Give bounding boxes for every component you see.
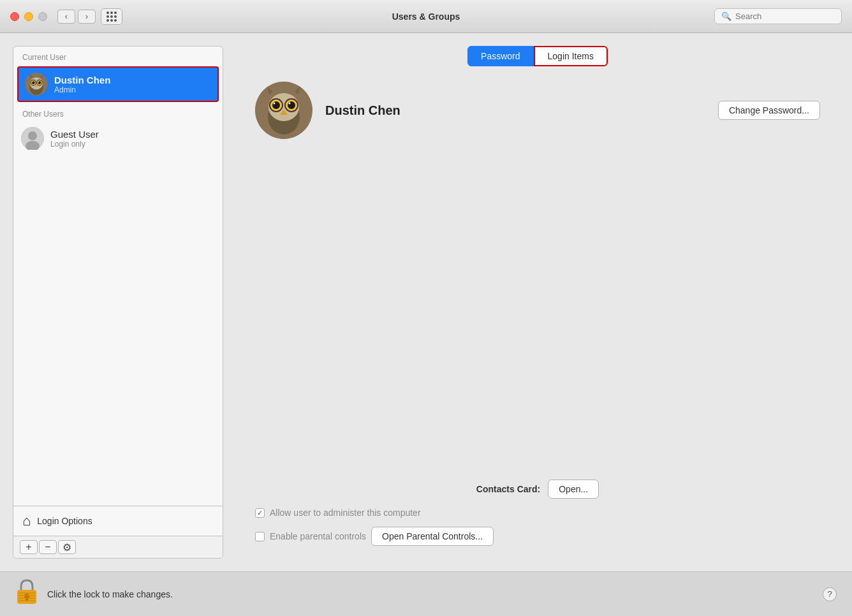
sidebar-actions: + − ⚙	[13, 536, 223, 558]
current-user-role: Admin	[54, 85, 110, 94]
tab-login-items[interactable]: Login Items	[534, 46, 608, 66]
content-area: Current User	[0, 33, 852, 571]
login-options-label: Login Options	[37, 516, 92, 526]
current-user-name: Dustin Chen	[54, 75, 110, 85]
guest-user-role: Login only	[50, 140, 99, 149]
open-contacts-button[interactable]: Open...	[548, 480, 599, 499]
titlebar: ‹ › Users & Groups 🔍	[0, 0, 852, 33]
maximize-button[interactable]	[38, 12, 47, 21]
svg-point-5	[32, 81, 35, 84]
search-icon: 🔍	[721, 11, 731, 21]
user-info-area: Dustin Chen Change Password...	[236, 82, 839, 139]
nav-buttons: ‹ ›	[57, 10, 96, 24]
main-panel: Password Login Items	[236, 46, 839, 559]
open-parental-button[interactable]: Open Parental Controls...	[371, 527, 494, 546]
current-user-item[interactable]: Dustin Chen Admin	[17, 66, 219, 102]
enable-parental-label: Enable parental controls	[270, 531, 366, 541]
grid-view-button[interactable]	[101, 8, 122, 25]
current-user-info: Dustin Chen Admin	[54, 75, 110, 94]
allow-admin-checkbox[interactable]	[255, 508, 265, 518]
avatar	[25, 73, 48, 96]
main-avatar	[255, 82, 312, 139]
allow-admin-row: Allow user to administer this computer	[255, 508, 820, 518]
search-box[interactable]: 🔍	[714, 8, 842, 24]
other-users-label: Other Users	[13, 103, 223, 122]
svg-point-26	[288, 101, 295, 109]
parental-controls-checkbox[interactable]	[255, 532, 265, 541]
bottom-section: Contacts Card: Open... Allow user to adm…	[236, 467, 839, 559]
guest-avatar	[21, 127, 44, 150]
sidebar-footer: ⌂ Login Options + − ⚙	[13, 506, 223, 558]
contacts-row: Contacts Card: Open...	[255, 480, 820, 499]
svg-point-15	[28, 131, 37, 140]
svg-point-22	[272, 101, 280, 109]
svg-point-10	[38, 82, 39, 82]
svg-point-9	[38, 81, 41, 84]
grid-dots-icon	[106, 11, 117, 22]
svg-point-23	[274, 103, 275, 105]
sidebar: Current User	[13, 46, 223, 559]
window-controls	[10, 12, 47, 21]
window-title: Users & Groups	[392, 11, 460, 22]
search-input[interactable]	[735, 11, 835, 21]
lock-text: Click the lock to make changes.	[47, 589, 173, 599]
help-button[interactable]: ?	[823, 587, 837, 601]
settings-button[interactable]: ⚙	[58, 540, 76, 554]
guest-user-item[interactable]: Guest User Login only	[13, 122, 223, 155]
minimize-button[interactable]	[24, 12, 33, 21]
svg-point-6	[32, 82, 33, 82]
lock-icon[interactable]	[15, 579, 38, 609]
tab-password[interactable]: Password	[467, 46, 533, 66]
remove-user-button[interactable]: −	[39, 540, 57, 554]
current-user-label: Current User	[13, 47, 223, 65]
lock-bar: Click the lock to make changes. ?	[0, 571, 852, 616]
contacts-card-label: Contacts Card:	[476, 484, 540, 494]
svg-point-27	[289, 103, 291, 105]
main-user-name: Dustin Chen	[325, 103, 400, 118]
close-button[interactable]	[10, 12, 19, 21]
change-password-button[interactable]: Change Password...	[718, 101, 820, 120]
add-user-button[interactable]: +	[20, 540, 38, 554]
back-button[interactable]: ‹	[57, 10, 75, 24]
guest-user-name: Guest User	[50, 129, 99, 140]
allow-admin-label: Allow user to administer this computer	[270, 508, 421, 518]
tabs-row: Password Login Items	[236, 46, 839, 66]
parental-row: Enable parental controls Open Parental C…	[255, 527, 820, 546]
login-options-row[interactable]: ⌂ Login Options	[13, 506, 223, 536]
home-icon: ⌂	[22, 513, 31, 529]
guest-user-info: Guest User Login only	[50, 129, 99, 149]
forward-button[interactable]: ›	[78, 10, 96, 24]
